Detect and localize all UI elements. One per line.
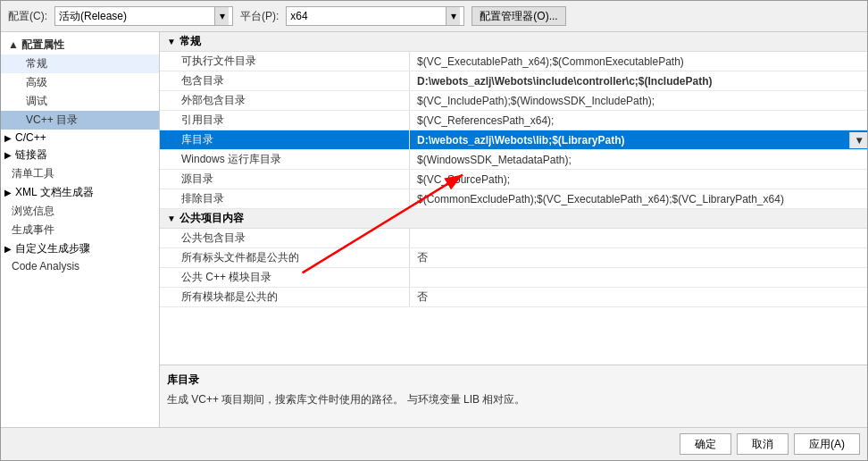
apply-button[interactable]: 应用(A) [794, 433, 860, 455]
sidebar-item-cpp[interactable]: ▶ C/C++ [1, 130, 159, 146]
platform-combo[interactable]: x64 ▾ [286, 6, 464, 26]
prop-value-pub-include [410, 237, 867, 240]
platform-combo-arrow[interactable]: ▾ [446, 7, 460, 25]
prop-name-pub-module: 公共 C++ 模块目录 [160, 268, 410, 287]
manage-config-button[interactable]: 配置管理器(O)... [472, 6, 565, 26]
prop-name-lib: 库目录 [160, 130, 410, 149]
prop-name-pub-include: 公共包含目录 [160, 229, 410, 247]
platform-value: x64 [290, 10, 446, 22]
sidebar-item-vc-dirs[interactable]: VC++ 目录 [1, 111, 159, 130]
sidebar-item-manifest[interactable]: 清单工具 [1, 164, 159, 183]
custombuild-expand-icon: ▶ [4, 244, 12, 254]
cpp-expand-icon: ▶ [4, 133, 12, 143]
table-row-selected[interactable]: 库目录 D:\webots_azlj\Webots\lib;$(LibraryP… [160, 130, 867, 150]
info-title: 库目录 [167, 373, 860, 388]
info-text: 生成 VC++ 项目期间，搜索库文件时使用的路径。 与环境变量 LIB 相对应。 [167, 391, 860, 407]
table-row[interactable]: 公共 C++ 模块目录 [160, 268, 867, 288]
prop-value-winrt: $(WindowsSDK_MetadataPath); [410, 152, 867, 168]
sidebar-item-debug[interactable]: 调试 [1, 92, 159, 111]
table-row[interactable]: 引用目录 $(VC_ReferencesPath_x64); [160, 111, 867, 130]
cancel-button[interactable]: 取消 [737, 433, 789, 455]
prop-value-all-modules: 否 [410, 288, 867, 306]
table-row[interactable]: 外部包含目录 $(VC_IncludePath);$(WindowsSDK_In… [160, 91, 867, 111]
prop-name-source: 源目录 [160, 170, 410, 189]
sidebar-item-custom-build[interactable]: ▶ 自定义生成步骤 [1, 239, 159, 258]
sidebar-item-linker[interactable]: ▶ 链接器 [1, 146, 159, 164]
prop-value-pub-module [410, 276, 867, 280]
sidebar-item-build-events[interactable]: 生成事件 [1, 221, 159, 239]
prop-name-exclude: 排除目录 [160, 189, 410, 208]
section-header-general[interactable]: ▼ 常规 [160, 32, 867, 52]
section-header-public[interactable]: ▼ 公共项目内容 [160, 209, 867, 229]
prop-name-all-headers: 所有标头文件都是公共的 [160, 248, 410, 267]
xmldoc-expand-icon: ▶ [4, 188, 12, 197]
table-row[interactable]: 包含目录 D:\webots_azlj\Webots\include\contr… [160, 71, 867, 91]
table-row[interactable]: 源目录 $(VC_SourcePath); [160, 170, 867, 189]
lib-dropdown-button[interactable]: ▾ [849, 132, 867, 148]
public-section-expand-icon: ▼ [167, 214, 176, 223]
table-row[interactable]: 所有标头文件都是公共的 否 [160, 248, 867, 268]
sidebar-item-xml-doc[interactable]: ▶ XML 文档生成器 [1, 183, 159, 202]
table-row[interactable]: 公共包含目录 [160, 229, 867, 248]
sidebar-item-linker-label: 链接器 [15, 147, 47, 163]
config-label: 配置(C): [8, 9, 47, 24]
section-header-public-label: 公共项目内容 [179, 211, 244, 226]
linker-expand-icon: ▶ [4, 150, 12, 160]
general-section-expand-icon: ▼ [167, 37, 176, 46]
prop-name-include: 包含目录 [160, 71, 410, 90]
prop-value-source: $(VC_SourcePath); [410, 172, 867, 188]
dialog-body: ▲ 配置属性 常规 高级 调试 VC++ 目录 ▶ C/C++ ▶ 链接器 清单… [1, 32, 867, 427]
prop-value-all-headers: 否 [410, 248, 867, 267]
sidebar-item-cpp-label: C/C++ [15, 131, 46, 144]
main-wrapper: ▼ 常规 可执行文件目录 $(VC_ExecutablePath_x64);$(… [160, 32, 867, 427]
sidebar: ▲ 配置属性 常规 高级 调试 VC++ 目录 ▶ C/C++ ▶ 链接器 清单… [1, 32, 160, 427]
sidebar-item-browse[interactable]: 浏览信息 [1, 202, 159, 221]
section-header-general-label: 常规 [179, 34, 201, 49]
table-row[interactable]: 排除目录 $(CommonExcludePath);$(VC_Executabl… [160, 189, 867, 209]
dialog-footer: 确定 取消 应用(A) [1, 427, 867, 460]
prop-value-ref: $(VC_ReferencesPath_x64); [410, 113, 867, 129]
platform-label: 平台(P): [240, 9, 279, 24]
ok-button[interactable]: 确定 [680, 433, 731, 455]
table-row[interactable]: Windows 运行库目录 $(WindowsSDK_MetadataPath)… [160, 150, 867, 170]
sidebar-item-advanced[interactable]: 高级 [1, 73, 159, 92]
prop-value-exclude: $(CommonExcludePath);$(VC_ExecutablePath… [410, 191, 867, 207]
info-panel: 库目录 生成 VC++ 项目期间，搜索库文件时使用的路径。 与环境变量 LIB … [160, 365, 867, 427]
main-panel: ▼ 常规 可执行文件目录 $(VC_ExecutablePath_x64);$(… [160, 32, 867, 427]
prop-value-include: D:\webots_azlj\Webots\include\controller… [410, 73, 867, 89]
sidebar-item-code-analysis[interactable]: Code Analysis [1, 258, 159, 274]
sidebar-root[interactable]: ▲ 配置属性 [1, 36, 159, 54]
table-row[interactable]: 所有模块都是公共的 否 [160, 288, 867, 307]
config-combo[interactable]: 活动(Release) ▾ [54, 6, 233, 26]
table-row[interactable]: 可执行文件目录 $(VC_ExecutablePath_x64);$(Commo… [160, 52, 867, 71]
prop-name-ext-include: 外部包含目录 [160, 91, 410, 110]
prop-name-ref: 引用目录 [160, 111, 410, 130]
sidebar-item-custombuild-label: 自定义生成步骤 [15, 241, 90, 256]
prop-name-winrt: Windows 运行库目录 [160, 150, 410, 169]
prop-value-ext-include: $(VC_IncludePath);$(WindowsSDK_IncludePa… [410, 93, 867, 109]
prop-name-all-modules: 所有模块都是公共的 [160, 288, 410, 306]
config-combo-arrow[interactable]: ▾ [214, 7, 229, 25]
property-pages-dialog: 配置(C): 活动(Release) ▾ 平台(P): x64 ▾ 配置管理器(… [0, 0, 868, 461]
properties-list: ▼ 常规 可执行文件目录 $(VC_ExecutablePath_x64);$(… [160, 32, 867, 365]
sidebar-item-general-top[interactable]: 常规 [1, 54, 159, 73]
config-value: 活动(Release) [59, 9, 214, 24]
prop-name-executable: 可执行文件目录 [160, 52, 410, 71]
sidebar-item-xmldoc-label: XML 文档生成器 [15, 185, 94, 200]
toolbar: 配置(C): 活动(Release) ▾ 平台(P): x64 ▾ 配置管理器(… [1, 1, 867, 32]
prop-value-executable: $(VC_ExecutablePath_x64);$(CommonExecuta… [410, 54, 867, 70]
prop-value-lib: D:\webots_azlj\Webots\lib;$(LibraryPath)… [410, 132, 867, 148]
